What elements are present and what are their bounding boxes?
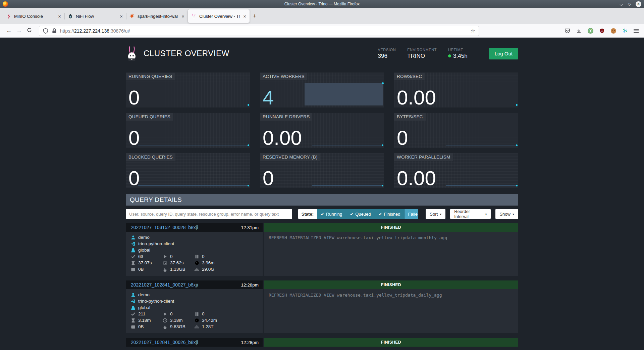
nifi-icon <box>68 13 73 19</box>
filter-failed-dropdown[interactable]: Failed▾ <box>405 209 419 219</box>
menu-icon[interactable] <box>634 29 639 33</box>
sparkline <box>446 105 517 105</box>
stat-tile-queued-queries: QUEUED QUERIES 0 <box>126 113 250 148</box>
chevron-down-icon: ▾ <box>513 212 514 216</box>
query-user: demo <box>138 292 150 297</box>
query-source: trino-python-client <box>138 241 174 246</box>
check-icon: ✔ <box>379 212 382 217</box>
page-title: CLUSTER OVERVIEW <box>144 49 229 58</box>
url-bar[interactable]: https://212.227.224.138:30876/ui/ ☆ <box>39 26 479 36</box>
maximize-icon[interactable]: ◇ <box>628 2 631 6</box>
back-icon[interactable]: ← <box>4 28 14 34</box>
download-icon[interactable] <box>576 28 582 34</box>
chevron-down-icon: ▾ <box>485 212 487 216</box>
query-id-link[interactable]: 20221027_102841_00026_b8xji <box>131 340 198 345</box>
trino-favicon <box>191 13 197 19</box>
source-login-icon <box>131 299 136 304</box>
tab-close-icon[interactable]: × <box>181 13 185 19</box>
trino-bunny-logo <box>126 46 138 61</box>
uptime-info: UPTIME 3.45h <box>448 48 468 59</box>
sparkline <box>446 145 517 145</box>
current-memory-icon <box>131 267 136 272</box>
query-resource-group: global <box>138 248 150 253</box>
tab-nifi-flow[interactable]: NiFi Flow × <box>64 9 126 23</box>
completed-splits-icon <box>131 254 136 259</box>
filter-finished-button[interactable]: ✔Finished <box>375 209 405 219</box>
tab-close-icon[interactable]: × <box>57 13 62 19</box>
forward-icon[interactable]: → <box>14 28 24 34</box>
user-icon <box>131 235 136 240</box>
minio-icon <box>6 13 11 19</box>
stat-tile-rows-sec: ROWS/SEC 0.00 <box>394 73 518 107</box>
query-source: trino-python-client <box>138 299 174 304</box>
sparkline <box>138 185 249 186</box>
url-text[interactable]: https://212.227.224.138:30876/ui/ <box>60 28 468 34</box>
bookmark-star-icon[interactable]: ☆ <box>471 28 475 34</box>
tab-spark-notebook[interactable]: spark-ingest-into-warehou × <box>126 9 188 23</box>
reorder-interval-dropdown[interactable]: Reorder Interval▾ <box>450 209 491 219</box>
filter-running-button[interactable]: ✔Running <box>317 209 346 219</box>
query-sql-text[interactable]: REFRESH MATERIALIZED VIEW warehouse.taxi… <box>264 289 518 333</box>
query-status-badge: FINISHED <box>264 280 518 289</box>
filter-queued-button[interactable]: ✔Queued <box>346 209 375 219</box>
query-row: 20221027_102841_00026_b8xji 12:28pm FINI… <box>126 338 518 347</box>
tab-close-icon[interactable]: × <box>243 13 247 19</box>
stat-tile-worker-parallelism: WORKER PARALLELISM 0.00 <box>394 153 518 188</box>
shield-icon[interactable] <box>43 28 49 34</box>
environment-info: ENVIRONMENT TRINO <box>407 48 437 59</box>
new-tab-button[interactable]: + <box>253 13 257 20</box>
tab-minio-console[interactable]: MinIO Console × <box>3 9 64 23</box>
tab-bar: MinIO Console × NiFi Flow × spark-ingest… <box>0 8 644 24</box>
window-titlebar: Cluster Overview - Trino — Mozilla Firef… <box>0 0 644 8</box>
query-status-badge: FINISHED <box>264 338 518 347</box>
source-login-icon <box>131 242 136 246</box>
user-icon <box>131 293 136 297</box>
version-value: 396 <box>378 53 396 59</box>
query-search-input[interactable] <box>126 209 292 219</box>
reload-icon[interactable] <box>24 28 34 34</box>
query-resource-group: global <box>138 305 150 310</box>
query-sql-text[interactable]: REFRESH MATERIALIZED VIEW warehouse.taxi… <box>264 232 518 276</box>
queued-splits-icon <box>195 312 199 316</box>
minimize-icon[interactable] <box>620 3 623 5</box>
cpu-time-icon <box>195 318 199 323</box>
show-dropdown[interactable]: Show▾ <box>495 209 518 219</box>
sparkline <box>312 145 383 145</box>
query-user: demo <box>138 235 150 240</box>
check-icon: ✔ <box>321 212 324 217</box>
tab-close-icon[interactable]: × <box>119 13 123 19</box>
ublock-icon[interactable]: uo <box>599 28 605 34</box>
wall-time-icon <box>131 318 136 323</box>
svg-text:uo: uo <box>601 30 603 32</box>
uptime-value: 3.45h <box>453 53 468 59</box>
colorful-extension-icon[interactable] <box>622 28 628 34</box>
query-id-link[interactable]: 20221027_102841_00027_b8xji <box>131 282 198 288</box>
pocket-icon[interactable] <box>564 28 570 34</box>
running-splits-icon <box>163 254 167 259</box>
sparkline <box>312 185 383 186</box>
elapsed-time-icon <box>163 261 167 265</box>
query-filter-toolbar: State: ✔Running ✔Queued ✔Finished Failed… <box>126 209 518 219</box>
navigation-toolbar: ← → https://212.227.224.138:30876/ui/ ☆ … <box>0 24 644 38</box>
uptime-status-dot <box>448 54 451 57</box>
privacy-extension-icon[interactable]: Y <box>588 28 593 34</box>
stat-tile-bytes-sec: BYTES/SEC 0 <box>394 113 518 148</box>
sort-dropdown[interactable]: Sort▾ <box>426 209 445 219</box>
logout-button[interactable]: Log Out <box>489 48 518 59</box>
cumulative-memory-icon <box>195 267 199 272</box>
close-window-icon[interactable]: × <box>636 1 641 7</box>
query-status-badge: FINISHED <box>264 223 518 232</box>
wall-time-icon <box>131 261 136 265</box>
spark-icon <box>129 13 135 19</box>
tab-label: MinIO Console <box>14 14 55 19</box>
queued-splits-icon <box>195 254 199 259</box>
cookie-extension-icon[interactable] <box>611 28 616 34</box>
tab-cluster-overview[interactable]: Cluster Overview - Trino × <box>188 9 250 23</box>
query-time: 12:28pm <box>241 340 259 345</box>
stat-tile-active-workers: ACTIVE WORKERS 4 <box>260 73 384 107</box>
cpu-time-icon <box>195 261 199 265</box>
tab-label: NiFi Flow <box>76 14 116 19</box>
resource-group-icon <box>131 305 136 310</box>
lock-icon[interactable] <box>51 28 57 34</box>
query-id-link[interactable]: 20221027_103152_00028_b8xji <box>131 225 198 230</box>
